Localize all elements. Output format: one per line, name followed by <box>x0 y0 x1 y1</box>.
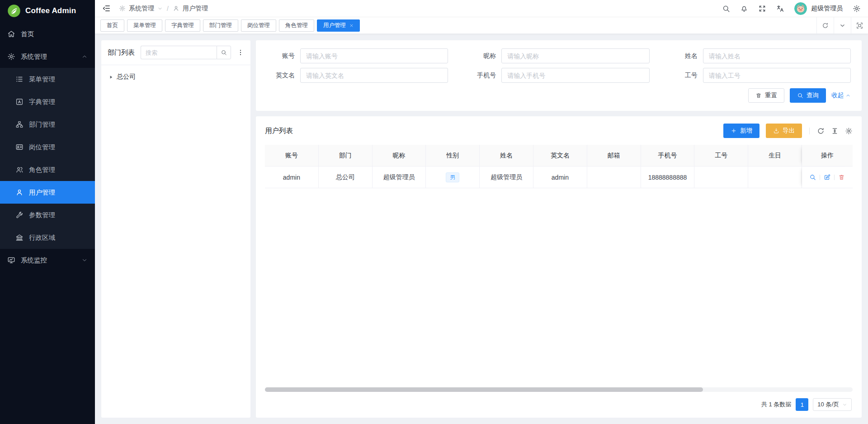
table-toolbar: 新增 导出 <box>723 124 853 138</box>
tree-node-company[interactable]: 总公司 <box>103 69 249 85</box>
tab-dept-management[interactable]: 部门管理 <box>203 19 238 32</box>
edit-row-icon[interactable] <box>824 174 830 181</box>
query-button[interactable]: 查询 <box>790 88 826 103</box>
breadcrumb: 系统管理 / 用户管理 <box>119 5 208 13</box>
sidebar-item-label: 用户管理 <box>29 188 88 197</box>
filter-fields-grid: 账号昵称姓名英文名手机号工号 <box>267 48 851 83</box>
page-size-select[interactable]: 10 条/页 <box>813 398 852 411</box>
chevron-down-icon[interactable] <box>157 6 163 11</box>
sidebar-item-system-management[interactable]: 系统管理 <box>0 45 95 68</box>
nickname-input[interactable] <box>501 48 649 63</box>
department-panel-title: 部门列表 <box>108 48 135 57</box>
app-logo[interactable]: Coffee Admin <box>0 0 95 22</box>
account-input[interactable] <box>300 48 448 63</box>
field-label: 手机号 <box>468 71 496 80</box>
delete-row-icon[interactable] <box>838 174 845 181</box>
sidebar-item-label: 岗位管理 <box>29 143 88 152</box>
export-button[interactable]: 导出 <box>766 124 802 138</box>
close-tab-icon[interactable] <box>349 24 354 28</box>
sidebar-item-system-monitor[interactable]: 系统监控 <box>0 249 95 272</box>
tab-dict-management[interactable]: 字典管理 <box>165 19 200 32</box>
column-header-name: 姓名 <box>480 145 533 167</box>
tab-post-management[interactable]: 岗位管理 <box>241 19 276 32</box>
search-icon <box>221 49 227 56</box>
notifications-bell-icon[interactable] <box>740 5 748 13</box>
main-area: 系统管理 / 用户管理 超级管理员 首页菜单管理字典管理部门管理岗位管理角色管理… <box>95 0 868 424</box>
sidebar-item-dept-management[interactable]: 部门管理 <box>0 113 95 136</box>
filter-field-english-name: 英文名 <box>267 68 448 83</box>
right-column: 账号昵称姓名英文名手机号工号 重置 查询 收起 <box>256 40 862 418</box>
table-header-row: 账号部门昵称性别姓名英文名邮箱手机号工号生日操作 <box>265 145 853 167</box>
sidebar-item-menu-management[interactable]: 菜单管理 <box>0 68 95 91</box>
tab-role-management[interactable]: 角色管理 <box>279 19 314 32</box>
gender-tag: 男 <box>446 172 459 182</box>
org-icon <box>15 120 24 129</box>
add-user-button[interactable]: 新增 <box>723 124 760 138</box>
collapse-sidebar-icon[interactable] <box>102 4 111 13</box>
sidebar-item-home[interactable]: 首页 <box>0 23 95 45</box>
tab-options-chevron-icon[interactable] <box>834 17 851 33</box>
sidebar-item-role-management[interactable]: 角色管理 <box>0 158 95 181</box>
more-options-kebab-icon[interactable] <box>237 49 244 56</box>
department-panel: 部门列表 总公司 <box>101 40 250 418</box>
row-height-icon[interactable] <box>831 127 839 135</box>
search-icon[interactable] <box>722 5 730 13</box>
content: 部门列表 总公司 账号昵称姓 <box>95 34 868 424</box>
avatar[interactable] <box>794 2 807 15</box>
current-user-name[interactable]: 超级管理员 <box>811 5 843 13</box>
breadcrumb-item-system[interactable]: 系统管理 <box>129 5 154 13</box>
refresh-tab-icon[interactable] <box>816 17 834 33</box>
filter-field-work-no: 工号 <box>670 68 851 83</box>
sidebar-item-param-management[interactable]: 参数管理 <box>0 204 95 226</box>
sidebar-item-post-management[interactable]: 岗位管理 <box>0 136 95 158</box>
department-search-input[interactable] <box>141 46 217 59</box>
refresh-table-icon[interactable] <box>817 127 825 135</box>
leaf-logo-icon <box>7 4 21 18</box>
table-card-header: 用户列表 新增 导出 <box>265 124 853 138</box>
scrollbar-thumb[interactable] <box>265 387 703 392</box>
column-header-english-name: 英文名 <box>533 145 587 167</box>
chevron-up-icon <box>845 93 851 98</box>
fullscreen-icon[interactable] <box>758 5 766 13</box>
english-name-input[interactable] <box>300 68 448 83</box>
reset-button[interactable]: 重置 <box>748 88 784 103</box>
tab-home[interactable]: 首页 <box>100 19 124 32</box>
translate-icon[interactable] <box>776 5 784 13</box>
cell-email <box>587 167 641 188</box>
export-button-label: 导出 <box>783 127 795 135</box>
phone-input[interactable] <box>501 68 649 83</box>
column-header-nickname: 昵称 <box>373 145 426 167</box>
sidebar-item-user-management[interactable]: 用户管理 <box>0 181 95 204</box>
home-icon <box>7 30 15 38</box>
pagination-page-1[interactable]: 1 <box>796 398 808 411</box>
filter-field-account: 账号 <box>267 48 448 63</box>
work-no-input[interactable] <box>703 68 851 83</box>
table-empty-space <box>265 188 853 387</box>
department-tree: 总公司 <box>101 65 250 89</box>
name-input[interactable] <box>703 48 851 63</box>
cell-account: admin <box>265 167 319 188</box>
cell-gender: 男 <box>426 167 480 188</box>
sidebar-item-label: 部门管理 <box>29 120 88 129</box>
monitor-icon <box>7 256 15 264</box>
collapse-filter-link[interactable]: 收起 <box>831 91 851 100</box>
user-icon <box>173 5 179 12</box>
caret-right-icon[interactable] <box>108 75 113 80</box>
app-root: Coffee Admin 首页系统管理菜单管理字典管理部门管理岗位管理角色管理用… <box>0 0 868 424</box>
settings-gear-icon[interactable] <box>853 5 861 13</box>
reset-button-label: 重置 <box>765 91 777 100</box>
column-settings-gear-icon[interactable] <box>845 127 853 135</box>
sidebar-item-dict-management[interactable]: 字典管理 <box>0 91 95 113</box>
sidebar-item-admin-region[interactable]: 行政区域 <box>0 226 95 249</box>
column-header-phone: 手机号 <box>641 145 695 167</box>
field-label: 昵称 <box>468 52 496 60</box>
maximize-content-icon[interactable] <box>851 17 868 33</box>
toolbar-divider <box>809 128 810 134</box>
tab-user-management[interactable]: 用户管理 <box>317 19 360 32</box>
breadcrumb-item-user[interactable]: 用户管理 <box>183 5 208 13</box>
department-search-button[interactable] <box>217 46 231 59</box>
tab-menu-management[interactable]: 菜单管理 <box>127 19 162 32</box>
view-row-icon[interactable] <box>809 174 816 181</box>
table-row: admin总公司超级管理员男超级管理员admin18888888888 <box>265 167 853 188</box>
sidebar-item-label: 首页 <box>21 30 88 38</box>
